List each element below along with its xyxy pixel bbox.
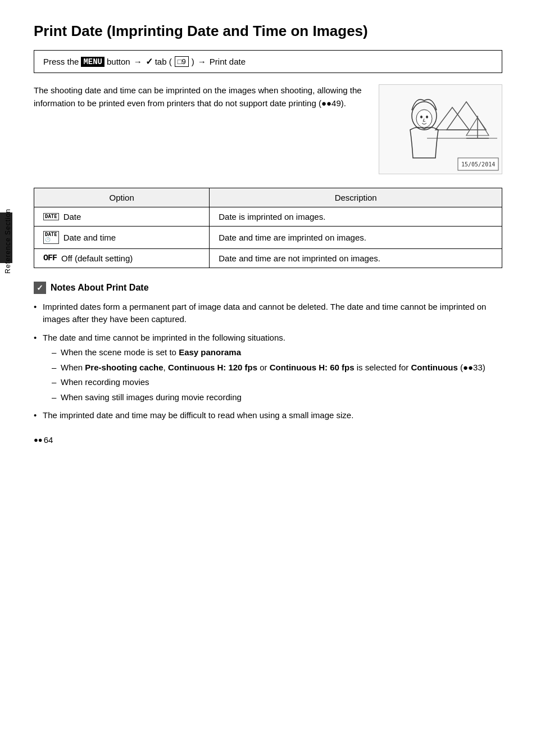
svg-point-10: [426, 116, 428, 119]
notes-header: ✓ Notes About Print Date: [34, 282, 502, 294]
description-datetime-cell: Date and time are imprinted on images.: [210, 227, 502, 249]
option-off-label: Off (default setting): [61, 253, 133, 263]
page-ref: □9: [175, 56, 189, 67]
page-number: 64: [44, 435, 53, 445]
off-icon: OFF: [43, 253, 57, 263]
notes-list: Imprinted dates form a permanent part of…: [34, 301, 502, 422]
svg-point-9: [420, 116, 423, 119]
note-3-text: The imprinted date and time may be diffi…: [43, 410, 353, 420]
bold-text: Pre-shooting cache: [85, 363, 163, 372]
description-date-cell: Date is imprinted on images.: [210, 207, 502, 227]
option-datetime-label: Date and time: [63, 233, 116, 242]
table-row: OFF Off (default setting) Date and time …: [34, 248, 502, 268]
bold-text: Easy panorama: [179, 347, 241, 357]
col-description-header: Description: [210, 188, 502, 207]
datetime-icon: DATE 🕐: [43, 231, 59, 244]
page-title: Print Date (Imprinting Date and Time on …: [34, 22, 502, 40]
check-icon: ✓: [34, 282, 46, 294]
press-label: Press the: [43, 57, 79, 66]
bold-text: Continuous H: 60 fps: [270, 363, 355, 372]
menu-destination: Print date: [210, 57, 246, 66]
tab-label: tab (: [155, 57, 172, 66]
link-icon: ●●: [34, 436, 43, 444]
svg-text:15/05/2014: 15/05/2014: [461, 161, 495, 168]
table-row: DATE 🕐 Date and time Date and time are i…: [34, 227, 502, 249]
notes-section: ✓ Notes About Print Date Imprinted dates…: [34, 282, 502, 422]
date-icon: DATE: [43, 213, 59, 220]
bold-text: Continuous: [411, 363, 457, 372]
note-2-text: The date and time cannot be imprinted in…: [43, 333, 285, 342]
arrow-2: →: [198, 57, 206, 66]
menu-instruction-box: Press the MENU button → ✓ tab ( □9 ) → P…: [34, 50, 502, 73]
description-off-cell: Date and time are not imprinted on image…: [210, 248, 502, 268]
sub-list-item: When recording movies: [52, 376, 502, 389]
tab-end: ): [192, 57, 194, 66]
list-item: The date and time cannot be imprinted in…: [34, 332, 502, 404]
sub-list: When the scene mode is set to Easy panor…: [43, 346, 502, 404]
option-datetime-cell: DATE 🕐 Date and time: [34, 227, 210, 249]
note-1-text: Imprinted dates form a permanent part of…: [43, 302, 486, 324]
intro-text: The shooting date and time can be imprin…: [34, 84, 367, 174]
options-table: Option Description DATE Date Date is imp…: [34, 188, 502, 268]
sidebar-text: Reference Section: [4, 209, 12, 274]
notes-title: Notes About Print Date: [51, 283, 149, 293]
button-label: button: [107, 57, 130, 66]
illustration-svg: 15/05/2014: [379, 85, 502, 174]
menu-keyword: MENU: [81, 57, 105, 67]
sidebar-label-container: Reference Section: [0, 207, 16, 275]
option-date-label: Date: [63, 212, 81, 221]
page-footer: ●● 64: [34, 435, 53, 445]
arrow-1: →: [134, 57, 142, 66]
sub-list-item: When saving still images during movie re…: [52, 391, 502, 404]
sub-list-item: When the scene mode is set to Easy panor…: [52, 346, 502, 359]
col-option-header: Option: [34, 188, 210, 207]
bold-text: Continuous H: 120 fps: [168, 363, 257, 372]
sub-list-item: When Pre-shooting cache, Continuous H: 1…: [52, 361, 502, 374]
tab-icon: ✓: [146, 56, 153, 67]
list-item: Imprinted dates form a permanent part of…: [34, 301, 502, 326]
intro-section: The shooting date and time can be imprin…: [34, 84, 502, 174]
intro-content: The shooting date and time can be imprin…: [34, 85, 362, 108]
table-row: DATE Date Date is imprinted on images.: [34, 207, 502, 227]
list-item: The imprinted date and time may be diffi…: [34, 409, 502, 422]
option-date-cell: DATE Date: [34, 207, 210, 227]
camera-illustration: 15/05/2014: [379, 84, 502, 174]
option-off-cell: OFF Off (default setting): [34, 248, 210, 268]
